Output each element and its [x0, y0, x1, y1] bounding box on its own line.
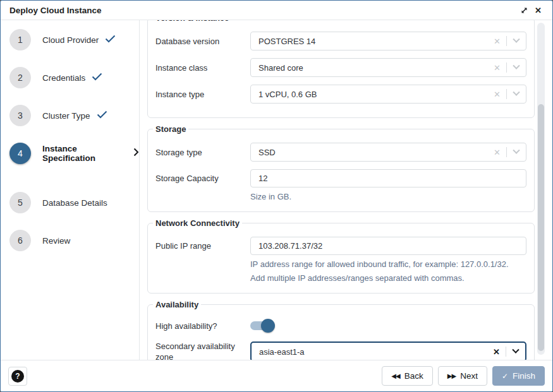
network-connectivity-legend: Network Connectivity — [153, 218, 242, 228]
chevron-down-icon[interactable] — [507, 92, 526, 97]
back-button-label: Back — [404, 371, 423, 381]
chevron-down-icon[interactable] — [507, 150, 526, 155]
step-label: Review — [42, 236, 70, 246]
chevron-down-icon[interactable] — [507, 39, 526, 44]
double-arrow-right-icon: ▶▶ — [447, 372, 456, 379]
high-availability-label: High availability? — [155, 321, 250, 331]
storage-type-value: SSD — [251, 148, 488, 157]
storage-capacity-label: Storage Capacity — [155, 173, 250, 184]
high-availability-toggle[interactable] — [250, 321, 273, 330]
chevron-down-icon[interactable] — [506, 349, 525, 354]
dialog-footer: ? ◀◀ Back ▶▶ Next ✓ Finish — [1, 360, 552, 391]
scrollbar-thumb[interactable] — [538, 104, 544, 351]
step-number-badge: 6 — [9, 230, 31, 251]
instance-type-label: Instance type — [155, 89, 250, 100]
secondary-availability-zone-label: Secondary availability zone — [155, 341, 250, 360]
storage-type-label: Storage type — [155, 147, 250, 158]
close-icon: ✕ — [535, 6, 542, 15]
instance-class-select[interactable]: Shared core ✕ — [250, 58, 526, 77]
storage-type-select[interactable]: SSD ✕ — [250, 143, 526, 162]
instance-class-label: Instance class — [155, 62, 250, 73]
next-button[interactable]: ▶▶ Next — [438, 366, 487, 386]
back-button[interactable]: ◀◀ Back — [382, 366, 432, 386]
helper-line-1: IP address range for allowed inbound tra… — [250, 258, 526, 271]
step-number-badge: 5 — [9, 192, 31, 213]
step-label: Instance Specification — [42, 144, 128, 163]
availability-legend: Availability — [153, 300, 201, 309]
form-scroll-area: Version & Instance Database version POST… — [140, 20, 552, 360]
step-label: Cloud Provider — [42, 35, 99, 45]
instance-class-value: Shared core — [251, 63, 488, 73]
step-instance-specification[interactable]: 4 Instance Specification — [9, 143, 139, 164]
toggle-knob — [261, 319, 275, 333]
step-cloud-provider[interactable]: 1 Cloud Provider — [9, 29, 139, 50]
close-button[interactable]: ✕ — [532, 4, 545, 16]
check-icon — [92, 72, 102, 83]
storage-capacity-helper: Size in GB. — [250, 190, 526, 204]
step-database-details[interactable]: 5 Database Details — [9, 192, 139, 213]
clear-icon[interactable]: ✕ — [487, 347, 506, 357]
step-number-badge: 3 — [9, 105, 31, 126]
instance-specification-panel: Version & Instance Database version POST… — [140, 20, 552, 360]
step-number-badge: 2 — [9, 67, 31, 88]
dialog-titlebar: Deploy Cloud Instance ✕ — [1, 1, 552, 20]
storage-legend: Storage — [153, 124, 188, 134]
step-cluster-type[interactable]: 3 Cluster Type — [9, 105, 139, 126]
public-ip-range-input[interactable] — [250, 237, 526, 255]
step-label: Database Details — [42, 198, 107, 208]
step-number-badge: 1 — [9, 29, 31, 50]
clear-icon[interactable]: ✕ — [488, 37, 506, 46]
version-instance-section: Version & Instance Database version POST… — [147, 20, 535, 118]
storage-capacity-input[interactable] — [250, 169, 526, 187]
instance-type-value: 1 vCPU, 0.6 GB — [251, 90, 488, 99]
deploy-cloud-instance-dialog: Deploy Cloud Instance ✕ 1 Cloud Provider… — [0, 0, 553, 392]
network-connectivity-section: Network Connectivity Public IP range IP … — [147, 218, 535, 294]
maximize-button[interactable] — [517, 5, 532, 16]
check-icon: ✓ — [502, 372, 508, 381]
clear-icon[interactable]: ✕ — [488, 90, 506, 99]
wizard-steps-sidebar: 1 Cloud Provider 2 Credentials 3 Cluster… — [1, 20, 140, 360]
step-label: Cluster Type — [42, 111, 90, 121]
chevron-down-icon[interactable] — [507, 65, 526, 70]
step-credentials[interactable]: 2 Credentials — [9, 67, 139, 88]
database-version-value: POSTGRES 14 — [251, 37, 488, 46]
step-number-badge: 4 — [9, 143, 31, 164]
chevron-right-icon — [133, 148, 139, 159]
help-button[interactable]: ? — [8, 367, 27, 386]
dialog-title: Deploy Cloud Instance — [9, 6, 517, 15]
version-instance-legend: Version & Instance — [153, 20, 231, 23]
finish-button[interactable]: ✓ Finish — [492, 366, 545, 386]
helper-line-2: Add multiple IP addresses/ranges separat… — [250, 271, 526, 285]
finish-button-label: Finish — [513, 371, 535, 381]
scrollbar-track[interactable] — [537, 23, 545, 355]
check-icon — [97, 110, 107, 121]
instance-type-select[interactable]: 1 vCPU, 0.6 GB ✕ — [250, 85, 526, 104]
maximize-icon — [520, 6, 528, 15]
double-arrow-left-icon: ◀◀ — [391, 372, 399, 379]
public-ip-range-label: Public IP range — [155, 241, 250, 251]
clear-icon[interactable]: ✕ — [488, 148, 506, 157]
step-review[interactable]: 6 Review — [9, 230, 139, 251]
availability-section: Availability High availability? Secondar… — [147, 300, 535, 360]
secondary-availability-zone-value: asia-east1-a — [252, 347, 487, 357]
check-icon — [105, 34, 116, 45]
public-ip-range-helper: IP address range for allowed inbound tra… — [250, 258, 526, 285]
step-label: Credentials — [42, 73, 85, 83]
database-version-label: Database version — [155, 36, 250, 47]
storage-section: Storage Storage type SSD ✕ — [147, 124, 535, 212]
secondary-availability-zone-select[interactable]: asia-east1-a ✕ — [250, 342, 526, 360]
clear-icon[interactable]: ✕ — [488, 63, 506, 73]
help-icon: ? — [11, 370, 24, 383]
next-button-label: Next — [460, 371, 478, 381]
database-version-select[interactable]: POSTGRES 14 ✕ — [250, 32, 526, 50]
